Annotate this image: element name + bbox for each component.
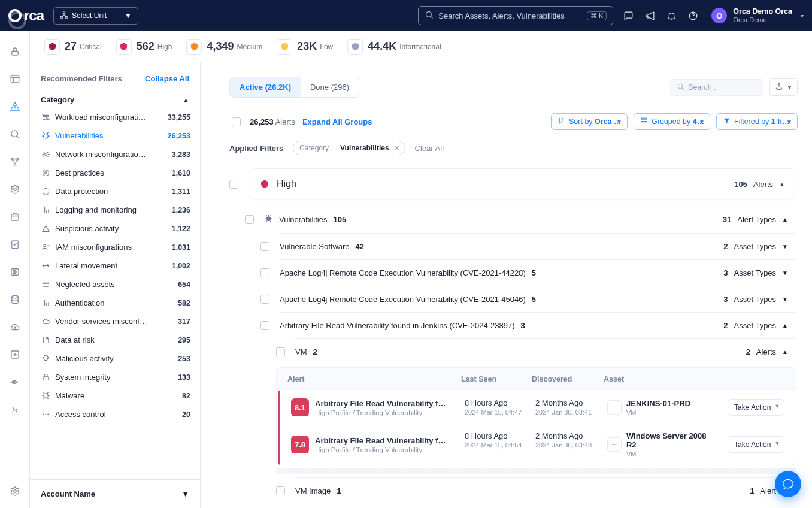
filter-item[interactable]: Access control 20 — [35, 405, 196, 424]
sort-selector[interactable]: Sort by Orca … ▼ — [551, 113, 628, 130]
export-button[interactable]: ▼ — [769, 78, 798, 96]
logo-icon — [8, 9, 22, 22]
nav-alerts-icon[interactable] — [9, 101, 21, 113]
severity-info[interactable]: 44.4K Informational — [347, 39, 441, 55]
nav-gear-icon[interactable] — [9, 183, 21, 195]
filter-item[interactable]: Vulnerabilities 26,253 — [35, 126, 196, 145]
svg-rect-7 — [11, 75, 19, 83]
topbar: rca Select Unit ▼ Search Assets, Alerts,… — [0, 0, 812, 31]
filter-item[interactable]: Best practices 1,610 — [35, 164, 196, 182]
alert-type-row[interactable]: Arbitrary File Read Vulnerability found … — [280, 312, 796, 338]
alert-type-checkbox[interactable] — [260, 295, 269, 304]
nav-data-icon[interactable] — [9, 294, 21, 306]
tab-done[interactable]: Done (296) — [301, 77, 359, 97]
filter-item[interactable]: IAM misconfigurations 1,031 — [35, 238, 196, 256]
chat-icon[interactable] — [623, 10, 634, 21]
alert-type-row[interactable]: Apache Log4j Remote Code Execution Vulne… — [280, 259, 796, 286]
close-icon[interactable]: ✕ — [394, 144, 400, 152]
filter-item[interactable]: Vendor services misconfi… 317 — [35, 312, 196, 331]
bell-icon[interactable] — [666, 10, 677, 21]
filter-item[interactable]: Suspicious activity 1,122 — [35, 219, 196, 238]
asset-type-checkbox[interactable] — [276, 486, 285, 495]
help-icon[interactable] — [687, 10, 698, 21]
user-menu[interactable]: O Orca Demo Orca Orca Demo ▾ — [708, 8, 804, 23]
filter-section-category[interactable]: Category ▲ — [30, 87, 200, 108]
severity-low[interactable]: 23K Low — [277, 39, 333, 55]
horizontal-scrollbar[interactable] — [276, 468, 796, 474]
severity-icon — [347, 39, 363, 55]
alert-type-checkbox[interactable] — [260, 321, 269, 330]
col-discovered[interactable]: Discovered — [527, 368, 599, 391]
filter-item-icon — [41, 317, 50, 326]
announce-icon[interactable] — [644, 10, 655, 21]
svg-point-5 — [693, 17, 693, 18]
table-row[interactable]: 8.1 Arbitrary File Read Vulnerability fo… — [277, 391, 796, 424]
take-action-button[interactable]: Take Action▼ — [728, 399, 784, 416]
filter-item[interactable]: Authentication 582 — [35, 294, 196, 312]
table-row[interactable]: 7.8 Arbitrary File Read Vulnerability fo… — [277, 424, 796, 465]
filter-item[interactable]: System integrity 133 — [35, 368, 196, 386]
filter-item[interactable]: Network misconfiguratio… 3,283 — [35, 145, 196, 164]
filter-item[interactable]: Data at risk 295 — [35, 331, 196, 349]
alert-type-row[interactable]: Vulnerable Software 42 2 Asset Types ▼ — [280, 233, 796, 259]
filter-item-count: 317 — [178, 318, 190, 326]
risk-score: 7.8 — [291, 436, 309, 453]
nav-add-icon[interactable] — [9, 349, 21, 361]
subgroup-vulnerabilities[interactable]: Vulnerabilities 105 31 Alert Types ▲ — [264, 205, 796, 233]
alert-type-row[interactable]: Apache Log4j Remote Code Execution Vulne… — [280, 286, 796, 312]
col-alert[interactable]: Alert — [277, 368, 456, 391]
severity-critical[interactable]: 27 Critical — [44, 39, 102, 55]
col-last-seen[interactable]: Last Seen — [456, 368, 527, 391]
global-search[interactable]: Search Assets, Alerts, Vulnerabilities ⌘… — [418, 6, 613, 25]
subgroup-checkbox[interactable] — [245, 215, 254, 224]
nav-infinity-icon[interactable] — [9, 376, 21, 388]
search-icon — [425, 10, 434, 21]
tab-active[interactable]: Active (26.2K) — [230, 77, 301, 97]
chevron-down-icon: ▼ — [699, 119, 705, 125]
severity-summary: 27 Critical 562 High 4,349 Medium 23K Lo… — [30, 31, 812, 62]
nav-graph-icon[interactable] — [9, 156, 21, 168]
alert-type-checkbox[interactable] — [260, 242, 269, 251]
nav-compliance-icon[interactable] — [9, 238, 21, 250]
alert-type-checkbox[interactable] — [260, 268, 269, 277]
asset-type-vm[interactable]: VM 2 2 Alerts ▲ — [295, 338, 796, 365]
chevron-up-icon: ▲ — [779, 181, 785, 188]
expand-all-link[interactable]: Expand All Groups — [302, 117, 372, 126]
nav-lock-icon[interactable] — [9, 46, 21, 58]
nav-settings-icon[interactable] — [9, 485, 21, 497]
filter-item[interactable]: Data protection 1,311 — [35, 182, 196, 201]
nav-cloud-icon[interactable] — [9, 321, 21, 333]
col-asset[interactable]: Asset — [599, 368, 723, 391]
chat-fab[interactable] — [775, 471, 801, 497]
filter-section-account[interactable]: Account Name ▼ — [30, 479, 200, 508]
group-checkbox[interactable] — [229, 180, 238, 189]
nav-dashboard-icon[interactable] — [9, 73, 21, 85]
filter-selector[interactable]: Filtered by 1 fi… ▼ — [716, 113, 798, 130]
select-all-checkbox[interactable] — [232, 117, 241, 126]
filter-item[interactable]: Logging and monitoring 1,236 — [35, 201, 196, 219]
applied-filter-chip[interactable]: Category = Vulnerabilities ✕ — [293, 141, 405, 155]
group-selector[interactable]: Grouped by 4… ▼ — [634, 113, 710, 130]
filter-item[interactable]: Malware 82 — [35, 386, 196, 405]
content-search[interactable]: Search... — [670, 79, 763, 96]
nav-reports-icon[interactable] — [9, 266, 21, 278]
severity-group[interactable]: High 105 Alerts ▲ — [249, 168, 796, 199]
svg-rect-14 — [11, 214, 19, 221]
unit-selector[interactable]: Select Unit ▼ — [53, 7, 138, 25]
severity-medium[interactable]: 4,349 Medium — [186, 39, 262, 55]
take-action-button[interactable]: Take Action▼ — [728, 436, 784, 453]
svg-rect-6 — [11, 51, 18, 55]
filter-item[interactable]: Malicious activity 253 — [35, 349, 196, 368]
nav-search-icon[interactable] — [9, 128, 21, 140]
filter-item[interactable]: Workload misconfigurati… 33,255 — [35, 108, 196, 126]
filter-item-icon — [41, 113, 50, 122]
asset-type-checkbox[interactable] — [276, 347, 285, 356]
asset-type-vm-image[interactable]: VM Image 1 1 Alert ▼ — [295, 477, 796, 504]
collapse-all-link[interactable]: Collapse All — [145, 74, 189, 83]
nav-inventory-icon[interactable] — [9, 211, 21, 223]
filter-item[interactable]: Lateral movement 1,002 — [35, 256, 196, 275]
nav-shift-icon[interactable] — [9, 404, 21, 416]
filter-item[interactable]: Neglected assets 654 — [35, 275, 196, 294]
severity-high[interactable]: 562 High — [116, 39, 172, 55]
clear-all-link[interactable]: Clear All — [415, 144, 444, 153]
